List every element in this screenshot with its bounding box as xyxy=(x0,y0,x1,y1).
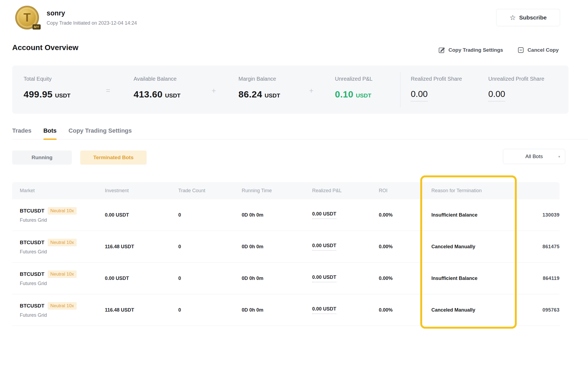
trade-count-value: 0 xyxy=(178,307,181,313)
roi-value: 0.00% xyxy=(379,212,393,218)
avatar: T MY xyxy=(15,6,39,30)
realized-pnl-value[interactable]: 0.00 USDT xyxy=(312,274,336,282)
bot-type: Futures Grid xyxy=(20,281,102,286)
termination-reason: Canceled Manually xyxy=(431,307,475,313)
plus-operator: + xyxy=(309,87,314,95)
tab-trades[interactable]: Trades xyxy=(12,127,31,139)
stat-unit: USDT xyxy=(55,92,70,99)
all-bots-dropdown[interactable]: All Bots ▾ xyxy=(503,149,565,164)
termination-reason: Canceled Manually xyxy=(431,244,475,249)
col-market: Market xyxy=(12,188,105,194)
col-investment: Investment xyxy=(105,188,178,194)
stat-value: 0.10 xyxy=(335,89,353,100)
trader-profile: T MY sonry Copy Trade Initiated on 2023-… xyxy=(15,6,137,30)
realized-pnl-value[interactable]: 0.00 USDT xyxy=(312,243,336,251)
table-row: BTCUSDT Neutral 10x Futures Grid 0.00 US… xyxy=(12,199,560,231)
table-row: BTCUSDT Neutral 10x Futures Grid 116.48 … xyxy=(12,294,560,326)
stat-value: 86.24 xyxy=(238,89,262,100)
stat-unrealized-profit-share: Unrealized Profit Share 0.00 xyxy=(488,76,544,102)
chevron-down-icon: ▾ xyxy=(558,155,560,159)
trade-count-value: 0 xyxy=(178,244,181,249)
running-time-value: 0D 0h 0m xyxy=(242,276,263,281)
table-row: BTCUSDT Neutral 10x Futures Grid 116.48 … xyxy=(12,231,560,263)
market-cell: BTCUSDT Neutral 10x Futures Grid xyxy=(12,207,105,223)
copy-trade-initiated-text: Copy Trade Initiated on 2023-12-04 14:24 xyxy=(47,20,137,26)
stat-value-tooltip[interactable]: 0.00 xyxy=(411,89,428,102)
realized-pnl-value[interactable]: 0.00 USDT xyxy=(312,211,336,219)
bot-type: Futures Grid xyxy=(20,249,102,255)
bot-id: 864119 xyxy=(543,276,560,281)
market-symbol: BTCUSDT xyxy=(20,303,44,309)
roi-value: 0.00% xyxy=(379,307,393,313)
bot-id: 130039 xyxy=(542,212,560,218)
terminated-bots-filter-button[interactable]: Terminated Bots xyxy=(80,151,147,165)
stat-label: Unrealized P&L xyxy=(335,76,373,82)
main-tabs: Trades Bots Copy Trading Settings xyxy=(12,127,588,139)
cancel-copy-label: Cancel Copy xyxy=(528,47,559,53)
leverage-badge: Neutral 10x xyxy=(48,207,77,215)
investment-value: 116.48 USDT xyxy=(105,244,134,249)
leverage-badge: Neutral 10x xyxy=(48,239,77,246)
termination-reason: Insufficient Balance xyxy=(431,212,477,218)
all-bots-dropdown-value: All Bots xyxy=(525,153,543,159)
trader-info: sonry Copy Trade Initiated on 2023-12-04… xyxy=(47,9,137,26)
stat-unit: USDT xyxy=(356,92,371,99)
stat-label: Realized Profit Share xyxy=(411,76,462,82)
stat-value-tooltip[interactable]: 0.00 xyxy=(488,89,505,102)
market-cell: BTCUSDT Neutral 10x Futures Grid xyxy=(12,239,105,255)
tab-bots[interactable]: Bots xyxy=(43,127,57,139)
leverage-badge: Neutral 10x xyxy=(48,302,77,310)
stat-label: Margin Balance xyxy=(238,76,280,82)
realized-pnl-value[interactable]: 0.00 USDT xyxy=(312,306,336,314)
stats-divider xyxy=(400,72,400,107)
stat-label: Unrealized Profit Share xyxy=(488,76,544,82)
roi-value: 0.00% xyxy=(379,244,393,249)
stat-unit: USDT xyxy=(165,92,180,99)
edit-settings-icon xyxy=(438,47,445,54)
equals-operator: = xyxy=(106,87,110,95)
bot-id: 861475 xyxy=(542,244,560,250)
termination-reason: Insufficient Balance xyxy=(431,276,477,281)
page-title: Account Overview xyxy=(12,43,78,52)
account-stats-panel: Total Equity 499.95 USDT = Available Bal… xyxy=(12,66,568,114)
tab-copy-trading-settings[interactable]: Copy Trading Settings xyxy=(69,127,132,139)
stat-realized-profit-share: Realized Profit Share 0.00 xyxy=(411,76,462,102)
minus-square-icon xyxy=(517,47,524,54)
market-symbol: BTCUSDT xyxy=(20,240,44,246)
running-filter-button[interactable]: Running xyxy=(12,151,72,165)
stat-margin-balance: Margin Balance 86.24 USDT xyxy=(238,76,280,100)
star-icon: ☆ xyxy=(510,14,516,21)
trade-count-value: 0 xyxy=(178,276,181,281)
investment-value: 0.00 USDT xyxy=(105,212,129,218)
col-roi: ROI xyxy=(379,188,431,194)
bot-type: Futures Grid xyxy=(20,312,102,318)
running-time-value: 0D 0h 0m xyxy=(242,244,263,249)
trader-name: sonry xyxy=(47,9,137,17)
col-reason-for-termination: Reason for Termination xyxy=(431,188,518,194)
investment-value: 0.00 USDT xyxy=(105,276,129,281)
running-time-value: 0D 0h 0m xyxy=(242,307,263,313)
stat-unrealized-pnl: Unrealized P&L 0.10 USDT xyxy=(335,76,373,100)
investment-value: 116.48 USDT xyxy=(105,307,134,313)
col-trade-count: Trade Count xyxy=(178,188,242,194)
market-symbol: BTCUSDT xyxy=(20,271,44,277)
copy-trading-settings-link[interactable]: Copy Trading Settings xyxy=(438,47,503,54)
stat-label: Total Equity xyxy=(24,76,70,82)
trade-count-value: 0 xyxy=(178,212,181,218)
cancel-copy-link[interactable]: Cancel Copy xyxy=(517,47,559,54)
col-realized-pnl: Realized P&L xyxy=(312,188,379,194)
avatar-badge: MY xyxy=(33,24,41,30)
table-row: BTCUSDT Neutral 10x Futures Grid 0.00 US… xyxy=(12,263,560,294)
table-header-row: Market Investment Trade Count Running Ti… xyxy=(12,182,560,199)
stat-value: 413.60 xyxy=(134,89,163,100)
subscribe-button[interactable]: ☆ Subscribe xyxy=(496,9,560,26)
subscribe-label: Subscribe xyxy=(519,14,547,21)
stat-available-balance: Available Balance 413.60 USDT xyxy=(134,76,180,100)
plus-operator: + xyxy=(212,87,216,95)
copy-trading-settings-label: Copy Trading Settings xyxy=(448,47,503,53)
terminated-bots-table: Market Investment Trade Count Running Ti… xyxy=(12,182,560,326)
market-cell: BTCUSDT Neutral 10x Futures Grid xyxy=(12,302,105,318)
col-running-time: Running Time xyxy=(242,188,312,194)
roi-value: 0.00% xyxy=(379,276,393,281)
stat-value: 499.95 xyxy=(24,89,53,100)
